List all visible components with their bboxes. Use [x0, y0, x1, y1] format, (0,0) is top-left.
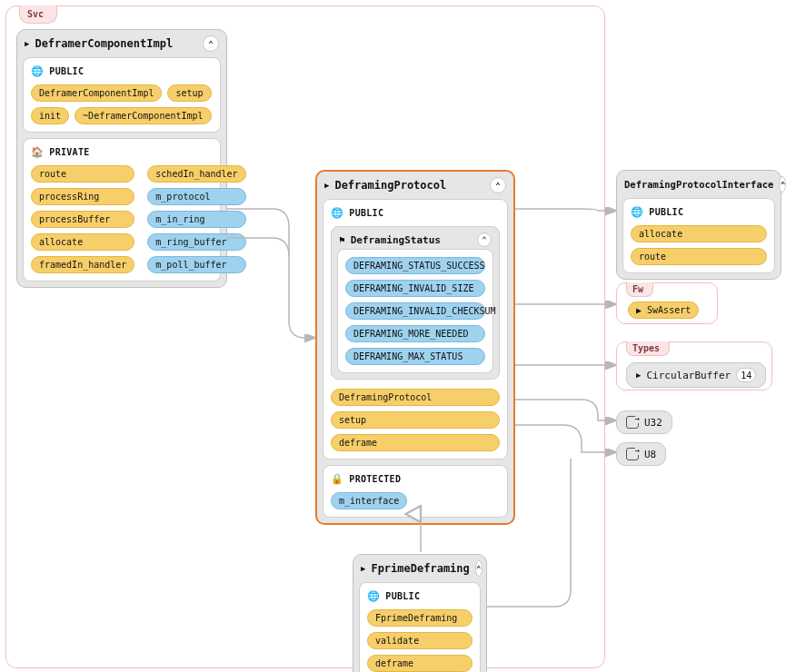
protocol-title: DeframingProtocol: [334, 179, 446, 192]
public-label: PUBLIC: [349, 208, 383, 218]
method-chip[interactable]: allocate: [31, 233, 134, 251]
circular-buffer-label: CircularBuffer: [646, 370, 731, 381]
member-chip[interactable]: m_poll_buffer: [147, 256, 245, 273]
protocol-public-section: 🌐PUBLIC ⚑ DeframingStatus ⌃ DEFRAMING_ST…: [323, 199, 508, 460]
types-label: Types: [626, 341, 670, 356]
chevron-right-icon: ▶: [636, 371, 641, 380]
globe-icon: 🌐: [331, 207, 343, 219]
enum-value[interactable]: DEFRAMING_MAX_STATUS: [345, 348, 485, 365]
member-chip[interactable]: m_protocol: [147, 188, 245, 205]
lock-icon: 🔒: [331, 473, 343, 485]
u8-label: U8: [644, 449, 656, 460]
method-chip[interactable]: route: [31, 165, 134, 183]
deframer-private-section: 🏠PRIVATE route processRing processBuffer…: [23, 138, 221, 282]
method-chip[interactable]: processRing: [31, 188, 134, 205]
globe-icon: 🌐: [31, 65, 44, 77]
fprime-title: FprimeDeframing: [371, 562, 469, 575]
class-deframer: ▶ DeframerComponentImpl ⌃ 🌐PUBLIC Defram…: [16, 29, 227, 288]
method-chip[interactable]: setup: [167, 84, 211, 102]
method-chip[interactable]: allocate: [631, 225, 767, 242]
method-chip[interactable]: framedIn_handler: [31, 256, 134, 273]
u32-label: U32: [644, 417, 662, 429]
deframing-status-enum: ⚑ DeframingStatus ⌃ DEFRAMING_STATUS_SUC…: [331, 226, 500, 380]
method-chip[interactable]: deframe: [331, 434, 500, 451]
type-icon: [626, 416, 639, 429]
chevron-up-icon[interactable]: ⌃: [477, 232, 492, 247]
chevron-up-icon[interactable]: ⌃: [490, 177, 506, 193]
method-chip[interactable]: deframe: [367, 655, 473, 672]
class-deframing-protocol-interface: DeframingProtocolInterface ⌃ 🌐PUBLIC all…: [616, 170, 781, 280]
method-chip[interactable]: setup: [331, 411, 500, 429]
iface-titlebar[interactable]: DeframingProtocolInterface ⌃: [617, 171, 781, 198]
chevron-right-icon: ▶: [25, 39, 29, 48]
u8-pill[interactable]: U8: [616, 442, 666, 466]
method-chip[interactable]: FprimeDeframing: [367, 609, 473, 627]
count-badge: 14: [736, 368, 756, 382]
public-label: PUBLIC: [385, 591, 420, 601]
deframer-titlebar[interactable]: ▶ DeframerComponentImpl ⌃: [17, 30, 226, 57]
public-label: PUBLIC: [649, 207, 683, 217]
enum-value[interactable]: DEFRAMING_INVALID_CHECKSUM: [345, 302, 485, 320]
deframer-public-section: 🌐PUBLIC DeframerComponentImpl setup init…: [23, 57, 221, 133]
method-chip[interactable]: ~DeframerComponentImpl: [75, 107, 211, 124]
chevron-right-icon: ▶: [361, 564, 365, 573]
member-chip[interactable]: m_ring_buffer: [147, 233, 245, 251]
private-label: PRIVATE: [49, 147, 89, 157]
protected-label: PROTECTED: [349, 474, 401, 484]
swassert-chip[interactable]: ▶ SwAssert: [628, 301, 699, 319]
method-chip[interactable]: validate: [367, 632, 473, 649]
flag-icon: ⚑: [339, 234, 345, 246]
chevron-up-icon[interactable]: ⌃: [203, 35, 219, 52]
method-chip[interactable]: route: [631, 248, 767, 265]
method-chip[interactable]: processBuffer: [31, 211, 134, 228]
enum-value[interactable]: DEFRAMING_MORE_NEEDED: [345, 325, 485, 342]
fprime-titlebar[interactable]: ▶ FprimeDeframing ⌃: [353, 555, 486, 582]
class-fprime-deframing: ▶ FprimeDeframing ⌃ 🌐PUBLIC FprimeDefram…: [353, 554, 487, 672]
member-chip[interactable]: m_in_ring: [147, 211, 245, 228]
chevron-up-icon[interactable]: ⌃: [475, 560, 483, 577]
chevron-right-icon: ▶: [324, 181, 329, 190]
method-chip[interactable]: DeframerComponentImpl: [31, 84, 162, 102]
fw-group: Fw ▶ SwAssert: [616, 282, 718, 324]
deframer-title: DeframerComponentImpl: [35, 37, 173, 50]
iface-title: DeframingProtocolInterface: [624, 179, 773, 190]
public-label: PUBLIC: [49, 66, 84, 76]
home-icon: 🏠: [31, 146, 44, 158]
member-chip[interactable]: m_interface: [331, 492, 407, 509]
enum-title: DeframingStatus: [351, 234, 441, 246]
u32-pill[interactable]: U32: [616, 410, 672, 434]
fprime-public-section: 🌐PUBLIC FprimeDeframing validate deframe: [359, 582, 481, 672]
protocol-titlebar[interactable]: ▶ DeframingProtocol ⌃: [317, 172, 513, 199]
method-chip[interactable]: schedIn_handler: [147, 165, 245, 183]
method-chip[interactable]: init: [31, 107, 69, 124]
enum-value[interactable]: DEFRAMING_STATUS_SUCCESS: [345, 257, 485, 274]
svc-label: Svc: [19, 5, 57, 24]
circular-buffer-pill[interactable]: ▶ CircularBuffer 14: [626, 362, 766, 388]
class-deframing-protocol: ▶ DeframingProtocol ⌃ 🌐PUBLIC ⚑ Deframin…: [315, 170, 515, 525]
enum-titlebar[interactable]: ⚑ DeframingStatus ⌃: [339, 232, 492, 247]
type-icon: [626, 448, 639, 460]
method-chip[interactable]: DeframingProtocol: [331, 389, 500, 406]
globe-icon: 🌐: [367, 590, 380, 602]
enum-value[interactable]: DEFRAMING_INVALID_SIZE: [345, 280, 485, 297]
types-group: Types ▶ CircularBuffer 14: [616, 341, 772, 390]
iface-public-section: 🌐PUBLIC allocate route: [622, 198, 775, 273]
globe-icon: 🌐: [631, 206, 643, 218]
chevron-up-icon[interactable]: ⌃: [779, 176, 786, 193]
protocol-protected-section: 🔒PROTECTED m_interface: [323, 465, 508, 518]
fw-label: Fw: [626, 282, 653, 297]
